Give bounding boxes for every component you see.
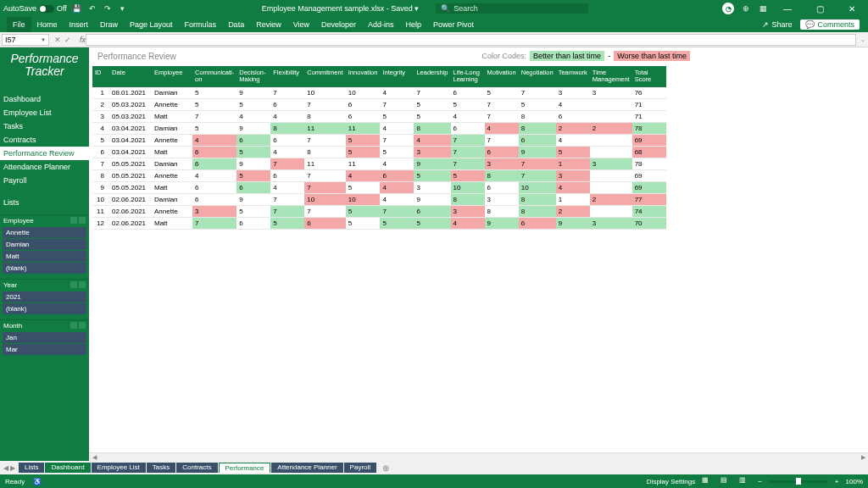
slicer-clear-icon[interactable] [79, 322, 86, 329]
zoom-slider[interactable] [769, 480, 828, 483]
cell[interactable]: Damian [152, 158, 192, 170]
score-cell[interactable] [590, 182, 632, 194]
slicer-item[interactable]: (blank) [3, 263, 86, 274]
score-cell[interactable]: 8 [485, 170, 519, 182]
score-cell[interactable]: 6 [192, 182, 236, 194]
column-header[interactable]: Decision-Making [236, 66, 270, 87]
score-cell[interactable]: 6 [485, 147, 519, 158]
score-cell[interactable]: 8 [519, 194, 556, 206]
sheet-tab-performance[interactable]: Performance [219, 463, 271, 473]
cell[interactable]: 6 [92, 147, 109, 158]
score-cell[interactable]: 4 [236, 111, 270, 123]
score-cell[interactable]: 5 [380, 218, 414, 230]
autosave-toggle[interactable]: AutoSave Off [3, 4, 67, 13]
cell[interactable]: Matt [152, 182, 192, 194]
score-cell[interactable]: 7 [192, 111, 236, 123]
score-cell[interactable]: 5 [380, 147, 414, 158]
score-cell[interactable]: 6 [346, 111, 381, 123]
name-box[interactable]: I57 ▼ [2, 34, 49, 46]
accept-formula-icon[interactable]: ✓ [64, 36, 71, 44]
search-box[interactable]: 🔍 [436, 3, 588, 14]
slicer-multi-icon[interactable] [70, 217, 77, 224]
cancel-formula-icon[interactable]: ✕ [54, 36, 61, 44]
score-cell[interactable]: 6 [192, 158, 236, 170]
score-cell[interactable]: 6 [270, 135, 304, 147]
score-cell[interactable]: 5 [485, 87, 519, 99]
sheet-tab-payroll[interactable]: Payroll [344, 463, 376, 473]
score-cell[interactable]: 7 [270, 194, 304, 206]
score-cell[interactable]: 3 [590, 87, 632, 99]
score-cell[interactable]: 3 [590, 158, 632, 170]
score-cell[interactable]: 8 [414, 123, 450, 135]
score-cell[interactable]: 6 [556, 111, 590, 123]
score-cell[interactable]: 11 [304, 123, 346, 135]
score-cell[interactable]: 8 [519, 123, 556, 135]
cell[interactable]: Matt [152, 111, 192, 123]
score-cell[interactable]: 4 [451, 111, 485, 123]
score-cell[interactable]: 4 [380, 87, 414, 99]
cell[interactable]: 11 [92, 206, 109, 218]
slicer-multi-icon[interactable] [70, 281, 77, 288]
score-cell[interactable]: 4 [485, 123, 519, 135]
page-layout-view-icon[interactable]: ▤ [721, 476, 732, 486]
column-header[interactable]: Date [109, 66, 152, 87]
score-cell[interactable]: 4 [192, 170, 236, 182]
score-cell[interactable]: 2 [556, 206, 590, 218]
score-cell[interactable]: 7 [414, 87, 450, 99]
table-row[interactable]: 503.04.2021Annette4667574776469 [92, 135, 666, 147]
score-cell[interactable]: 3 [485, 194, 519, 206]
score-cell[interactable]: 7 [380, 99, 414, 111]
score-cell[interactable] [590, 170, 632, 182]
ribbon-tab-draw[interactable]: Draw [94, 17, 124, 32]
sidebar-item-tasks[interactable]: Tasks [0, 119, 89, 133]
undo-icon[interactable]: ↶ [87, 3, 97, 14]
sheet-tab-employee-list[interactable]: Employee List [92, 463, 146, 473]
score-cell[interactable]: 8 [304, 111, 346, 123]
cell[interactable]: 5 [92, 135, 109, 147]
score-cell[interactable]: 7 [451, 158, 485, 170]
zoom-out-button[interactable]: − [758, 478, 762, 485]
score-cell[interactable]: 7 [451, 147, 485, 158]
cell[interactable]: 08.01.2021 [109, 87, 152, 99]
score-cell[interactable]: 3 [192, 206, 236, 218]
cell[interactable]: 05.05.2021 [109, 158, 152, 170]
score-cell[interactable]: 11 [346, 123, 381, 135]
slicer-clear-icon[interactable] [79, 217, 86, 224]
score-cell[interactable]: 9 [236, 194, 270, 206]
score-cell[interactable]: 4 [270, 111, 304, 123]
cell[interactable]: 02.06.2021 [109, 206, 152, 218]
score-cell[interactable] [590, 111, 632, 123]
score-cell[interactable]: 9 [236, 123, 270, 135]
score-cell[interactable]: 5 [556, 147, 590, 158]
score-cell[interactable]: 5 [519, 99, 556, 111]
score-cell[interactable]: 4 [380, 158, 414, 170]
sheet-tab-attendance-planner[interactable]: Attendance Planner [271, 463, 342, 473]
score-cell[interactable]: 1 [556, 194, 590, 206]
score-cell[interactable]: 8 [270, 123, 304, 135]
table-row[interactable]: 1102.06.2021Annette3577576388274 [92, 206, 666, 218]
search-input[interactable] [453, 4, 583, 13]
total-cell[interactable]: 74 [632, 206, 666, 218]
score-cell[interactable]: 6 [236, 218, 270, 230]
column-header[interactable]: Commitment [304, 66, 346, 87]
score-cell[interactable]: 1 [556, 158, 590, 170]
score-cell[interactable] [590, 99, 632, 111]
score-cell[interactable]: 7 [270, 206, 304, 218]
ribbon-tab-view[interactable]: View [287, 17, 315, 32]
save-icon[interactable]: 💾 [72, 3, 82, 14]
column-header[interactable]: Time Management [590, 66, 632, 87]
cell[interactable]: Annette [152, 135, 192, 147]
score-cell[interactable]: 4 [192, 135, 236, 147]
sidebar-item-contracts[interactable]: Contracts [0, 133, 89, 147]
cell[interactable]: 2 [92, 99, 109, 111]
add-sheet-button[interactable]: ⊕ [377, 463, 394, 473]
total-cell[interactable]: 69 [632, 135, 666, 147]
cell[interactable]: Damian [152, 87, 192, 99]
total-cell[interactable]: 69 [632, 170, 666, 182]
total-cell[interactable]: 70 [632, 218, 666, 230]
cell[interactable]: 1 [92, 87, 109, 99]
score-cell[interactable]: 9 [236, 87, 270, 99]
score-cell[interactable]: 11 [346, 158, 381, 170]
score-cell[interactable]: 7 [519, 158, 556, 170]
score-cell[interactable]: 10 [304, 194, 346, 206]
